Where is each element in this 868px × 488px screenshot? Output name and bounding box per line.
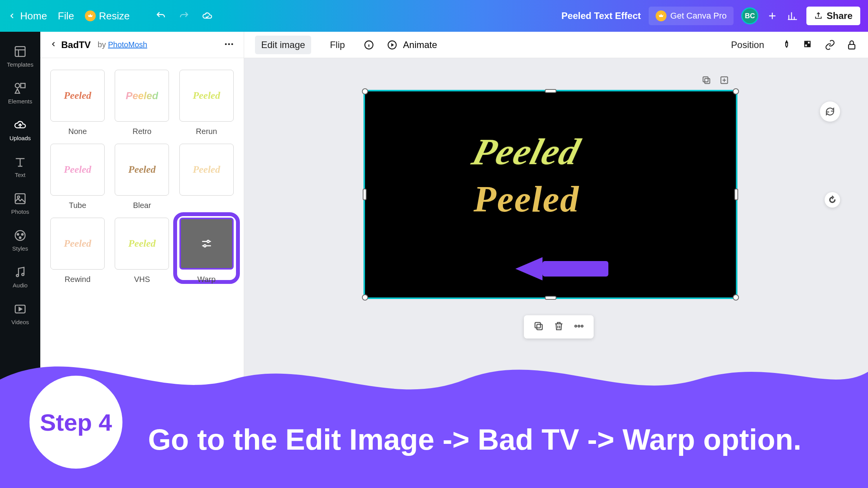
delete-button[interactable] — [553, 321, 564, 333]
effect-retro[interactable]: PeeledRetro — [114, 70, 170, 136]
edit-image-button[interactable]: Edit image — [255, 36, 311, 54]
link-button[interactable] — [825, 40, 835, 50]
refresh-button[interactable] — [820, 101, 840, 122]
thumb-text: Peeled — [126, 90, 158, 102]
rail-templates[interactable]: Templates — [0, 38, 40, 75]
rail-styles[interactable]: Styles — [0, 222, 40, 259]
panel-by-label: by PhotoMosh — [98, 40, 147, 49]
effect-vhs[interactable]: PeeledVHS — [114, 218, 170, 284]
effect-thumb: Peeled — [115, 70, 169, 122]
effect-unused[interactable]: Peeled — [179, 144, 234, 210]
panel-more-button[interactable] — [224, 39, 234, 51]
resize-menu[interactable]: Resize — [85, 10, 129, 22]
more-actions-button[interactable] — [574, 321, 584, 333]
undo-button[interactable] — [155, 10, 167, 22]
rotate-handle[interactable] — [825, 192, 840, 208]
selection-handle-sw[interactable] — [362, 294, 368, 301]
rail-audio[interactable]: Audio — [0, 259, 40, 296]
svg-rect-32 — [542, 261, 608, 277]
animate-icon — [387, 40, 398, 50]
get-pro-button[interactable]: Get Canva Pro — [649, 7, 734, 25]
redo-button[interactable] — [178, 10, 190, 22]
file-menu[interactable]: File — [58, 10, 74, 22]
insights-button[interactable] — [786, 10, 799, 22]
effect-label: Warp — [197, 275, 215, 284]
svg-point-1 — [15, 83, 19, 88]
rail-label: Text — [15, 172, 26, 178]
svg-point-15 — [207, 241, 209, 243]
svg-point-14 — [231, 43, 233, 45]
svg-point-13 — [228, 43, 230, 45]
svg-rect-22 — [805, 44, 808, 46]
transparency-button[interactable] — [803, 40, 814, 50]
effect-thumb: Peeled — [115, 218, 169, 270]
effect-label: Rerun — [196, 127, 217, 136]
effect-label: None — [68, 127, 87, 136]
effect-label: Retro — [133, 127, 152, 136]
canvas-text-distorted: Peeled — [468, 130, 585, 173]
svg-point-6 — [17, 234, 19, 235]
animate-button[interactable]: Animate — [387, 40, 437, 50]
rail-videos[interactable]: Videos — [0, 296, 40, 332]
position-button[interactable]: Position — [725, 36, 770, 54]
rail-text[interactable]: Text — [0, 148, 40, 185]
effect-rewind[interactable]: PeeledRewind — [50, 218, 105, 284]
selection-handle-se[interactable] — [733, 294, 739, 301]
copy-style-button[interactable] — [781, 40, 792, 50]
menubar-right: Peeled Text Effect Get Canva Pro BC Shar… — [561, 7, 860, 25]
undo-redo-group — [155, 10, 214, 22]
left-rail: Templates Elements Uploads Text Photos S… — [0, 32, 40, 488]
home-button[interactable]: Home — [8, 10, 47, 22]
svg-rect-27 — [537, 324, 542, 330]
main-row: Templates Elements Uploads Text Photos S… — [0, 32, 868, 488]
canvas-area: Edit image Flip Animate Position Peel — [244, 32, 868, 488]
crown-icon — [656, 10, 666, 21]
duplicate-page-button[interactable] — [701, 75, 711, 87]
canvas-text-smooth: Peeled — [474, 177, 579, 220]
add-page-button[interactable] — [719, 75, 729, 87]
top-menubar: Home File Resize Peeled Text Effect Get … — [0, 0, 868, 32]
apply-button[interactable]: Apply — [50, 454, 234, 479]
lock-button[interactable] — [846, 40, 857, 50]
svg-rect-24 — [705, 79, 710, 84]
selection-handle-n[interactable] — [545, 89, 556, 93]
selection-handle-s[interactable] — [545, 296, 556, 300]
rail-label: Elements — [8, 98, 33, 105]
effect-label: VHS — [134, 275, 150, 284]
rail-elements[interactable]: Elements — [0, 75, 40, 112]
add-member-button[interactable] — [766, 10, 778, 22]
rail-photos[interactable]: Photos — [0, 185, 40, 222]
panel-title: BadTV — [61, 40, 91, 50]
svg-point-10 — [22, 273, 24, 276]
share-icon — [814, 12, 823, 20]
rail-uploads[interactable]: Uploads — [0, 112, 40, 148]
selection-handle-nw[interactable] — [362, 88, 368, 95]
effect-none[interactable]: PeeledNone — [50, 70, 105, 136]
cloud-sync-icon[interactable] — [201, 10, 214, 22]
share-button[interactable]: Share — [806, 7, 860, 25]
effect-tube[interactable]: PeeledTube — [50, 144, 105, 210]
panel-back-button[interactable] — [50, 40, 57, 50]
selection-handle-e[interactable] — [734, 189, 738, 200]
effect-warp[interactable]: Warp — [179, 218, 234, 284]
duplicate-button[interactable] — [533, 321, 544, 333]
flip-button[interactable]: Flip — [324, 36, 351, 54]
pro-label: Get Canva Pro — [670, 11, 727, 21]
page-tools — [701, 75, 729, 87]
effect-label: Blear — [133, 201, 151, 210]
info-button[interactable] — [363, 40, 374, 50]
effect-blear[interactable]: PeeledBlear — [114, 144, 170, 210]
crown-icon — [85, 10, 96, 21]
selection-handle-ne[interactable] — [733, 88, 739, 95]
svg-rect-0 — [15, 46, 25, 57]
selection-handle-w[interactable] — [363, 189, 367, 200]
user-avatar[interactable]: BC — [741, 7, 758, 24]
effect-thumb: Peeled — [50, 70, 105, 122]
svg-point-9 — [16, 275, 19, 277]
svg-rect-23 — [849, 44, 855, 49]
panel-author-link[interactable]: PhotoMosh — [108, 40, 147, 49]
svg-point-4 — [17, 196, 20, 198]
sliders-icon — [200, 237, 213, 250]
effect-rerun[interactable]: PeeledRerun — [179, 70, 234, 136]
document-title[interactable]: Peeled Text Effect — [561, 10, 641, 21]
